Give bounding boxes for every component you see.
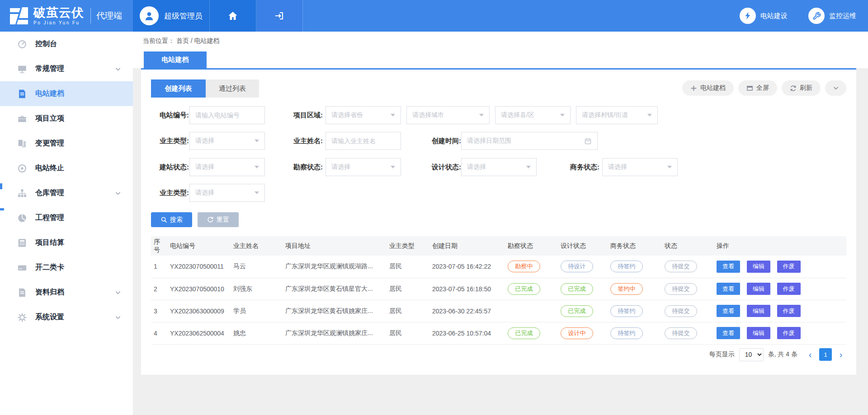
- nav-monitor-ops[interactable]: 监控运维: [808, 8, 856, 24]
- view-button[interactable]: 查看: [717, 327, 740, 339]
- breadcrumb-home-link[interactable]: 首页: [176, 37, 189, 44]
- cell-address: 广东深圳龙华区黄石镇姚家庄...: [283, 300, 387, 322]
- next-page-button[interactable]: ›: [835, 348, 846, 361]
- sidebar-item-general-mgmt[interactable]: 常规管理: [0, 56, 133, 81]
- design-status-badge: 已完成: [561, 305, 593, 317]
- create-time-range-picker[interactable]: 请选择日期范围: [461, 132, 598, 150]
- create-time-label: 创建时间:: [423, 132, 461, 150]
- search-button[interactable]: 搜索: [151, 212, 192, 227]
- sidebar-scrollbar-thumb[interactable]: [0, 183, 2, 189]
- tab-create-list[interactable]: 创建列表: [151, 79, 206, 98]
- owner-type2-select[interactable]: 请选择: [189, 184, 265, 202]
- view-button[interactable]: 查看: [717, 261, 740, 273]
- survey-status-select[interactable]: 请选择: [326, 158, 401, 176]
- per-page-select[interactable]: 10: [739, 348, 764, 361]
- sidebar-item-project-settlement[interactable]: 项目结算: [0, 230, 133, 255]
- nav-station-build[interactable]: 电站建设: [740, 8, 788, 24]
- tab-pass-list[interactable]: 通过列表: [206, 79, 259, 98]
- breadcrumb-current[interactable]: 电站建档: [194, 37, 220, 44]
- create-station-button[interactable]: 电站建档: [682, 80, 734, 96]
- sidebar-item-station-archive[interactable]: 电站建档: [0, 81, 133, 106]
- fullscreen-button[interactable]: 全屏: [738, 80, 777, 96]
- cell-address: 广东深圳龙华区观澜镇姚家庄...: [283, 322, 387, 344]
- county-select[interactable]: 请选择县/区: [495, 106, 571, 124]
- col-design: 设计状态: [558, 236, 608, 256]
- page-number-button[interactable]: 1: [819, 348, 832, 361]
- reset-button[interactable]: 重置: [198, 212, 239, 227]
- col-created: 创建日期: [429, 236, 505, 256]
- target-icon: [17, 163, 27, 173]
- void-button[interactable]: 作废: [777, 305, 801, 317]
- user-menu[interactable]: 超级管理员: [133, 0, 210, 32]
- avatar: [140, 6, 159, 25]
- city-select[interactable]: 请选择城市: [406, 106, 490, 124]
- owner-name-input[interactable]: [326, 132, 401, 150]
- search-icon: [160, 216, 167, 223]
- sidebar-item-system-settings[interactable]: 系统设置: [0, 305, 133, 330]
- caret-down-icon: [479, 114, 484, 117]
- sidebar-item-type2-card[interactable]: 开二类卡: [0, 255, 133, 280]
- cell-index: 1: [151, 256, 167, 278]
- sidebar-item-label: 工程管理: [35, 213, 64, 223]
- station-code-label: 电站编号:: [151, 106, 189, 124]
- void-button[interactable]: 作废: [777, 327, 801, 339]
- sidebar-item-label: 电站建档: [35, 89, 64, 98]
- design-status-badge: 待设计: [561, 261, 593, 272]
- cell-code: YX2023070500011: [167, 256, 231, 278]
- plus-icon: [690, 85, 697, 92]
- sitemap-icon: [17, 188, 27, 198]
- caret-down-icon: [391, 166, 395, 168]
- business-status-select[interactable]: 请选择: [602, 158, 678, 176]
- col-business: 商务状态: [608, 236, 662, 256]
- refresh-button[interactable]: 刷新: [782, 80, 821, 96]
- build-status-select[interactable]: 请选择: [189, 158, 265, 176]
- table-row: 4 YX2023062500004 姚忠 广东深圳龙华区观澜镇姚家庄... 居民…: [151, 322, 846, 344]
- view-button[interactable]: 查看: [717, 283, 740, 295]
- status-badge: 待提交: [665, 327, 697, 339]
- business-status-badge: 签约中: [610, 283, 643, 295]
- sidebar-item-change-mgmt[interactable]: 变更管理: [0, 131, 133, 156]
- caret-down-icon: [667, 166, 672, 168]
- gauge-icon: [17, 213, 27, 223]
- edit-button[interactable]: 编辑: [747, 283, 770, 295]
- province-select[interactable]: 请选择省份: [326, 106, 401, 124]
- sidebar-item-station-terminate[interactable]: 电站终止: [0, 156, 133, 181]
- document-icon: [17, 89, 27, 99]
- design-status-select[interactable]: 请选择: [461, 158, 537, 176]
- sidebar-item-project-initiation[interactable]: 项目立项: [0, 106, 133, 131]
- sidebar-item-console[interactable]: 控制台: [0, 32, 133, 56]
- breadcrumb: 当前位置： 首页 / 电站建档: [143, 37, 220, 45]
- page-tab-station-archive[interactable]: 电站建档: [144, 51, 207, 68]
- home-button[interactable]: [210, 0, 256, 32]
- nav-station-build-label: 电站建设: [760, 12, 788, 20]
- design-status-badge: 已完成: [561, 283, 593, 295]
- sidebar-item-warehouse-mgmt[interactable]: 仓库管理: [0, 181, 133, 205]
- collapse-toolbar-button[interactable]: [825, 80, 846, 96]
- view-button[interactable]: 查看: [717, 305, 740, 317]
- owner-type-select[interactable]: 请选择: [189, 132, 265, 150]
- station-code-input[interactable]: [189, 106, 265, 124]
- town-select[interactable]: 请选择村镇/街道: [576, 106, 658, 124]
- lightning-icon: [740, 8, 756, 24]
- sidebar-item-label: 常规管理: [35, 64, 64, 74]
- prev-page-button[interactable]: ‹: [805, 348, 816, 361]
- caret-down-icon: [255, 191, 259, 194]
- edit-button[interactable]: 编辑: [747, 261, 770, 273]
- logo-subtitle: Po Jian Yun Fu: [33, 20, 84, 25]
- col-status: 状态: [662, 236, 714, 256]
- cell-owner-type: 居民: [387, 322, 429, 344]
- home-icon: [227, 10, 238, 21]
- cell-address: 广东深圳龙华区黄石镇星官大...: [283, 278, 387, 300]
- stations-table: 序号 电站编号 业主姓名 项目地址 业主类型 创建日期 勘察状态 设计状态 商务…: [151, 236, 846, 345]
- edit-button[interactable]: 编辑: [747, 305, 770, 317]
- logout-icon: [274, 10, 285, 21]
- sidebar-item-label: 系统设置: [35, 312, 64, 322]
- sidebar-scrollbar-mark[interactable]: [0, 208, 4, 210]
- sidebar-item-data-archive[interactable]: 资料归档: [0, 280, 133, 305]
- edit-button[interactable]: 编辑: [747, 327, 770, 339]
- void-button[interactable]: 作废: [777, 283, 801, 295]
- logout-button[interactable]: [256, 0, 303, 32]
- portal-label: 代理端: [90, 8, 122, 23]
- sidebar-item-engineering-mgmt[interactable]: 工程管理: [0, 205, 133, 230]
- void-button[interactable]: 作废: [777, 261, 801, 273]
